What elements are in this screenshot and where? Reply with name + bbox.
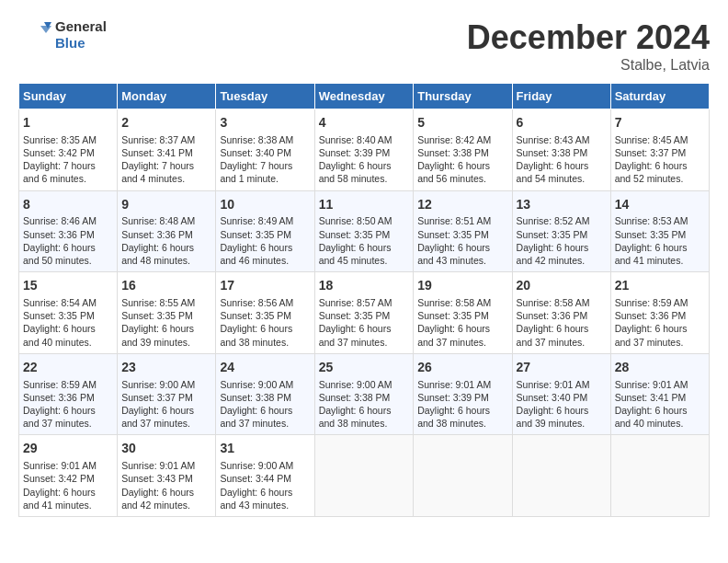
day-number: 11 bbox=[319, 196, 410, 213]
title-block: December 2024 Stalbe, Latvia bbox=[467, 18, 710, 74]
day-info: Sunrise: 8:57 AM Sunset: 3:35 PM Dayligh… bbox=[319, 296, 410, 349]
svg-marker-1 bbox=[40, 26, 51, 33]
logo-blue: Blue bbox=[55, 35, 107, 52]
calendar-cell: 10 Sunrise: 8:49 AM Sunset: 3:35 PM Dayl… bbox=[216, 190, 314, 272]
day-number: 14 bbox=[615, 196, 705, 213]
day-number: 30 bbox=[121, 440, 211, 457]
day-info: Sunrise: 8:49 AM Sunset: 3:35 PM Dayligh… bbox=[220, 214, 310, 267]
day-number: 9 bbox=[121, 196, 211, 213]
day-info: Sunrise: 8:40 AM Sunset: 3:39 PM Dayligh… bbox=[319, 133, 410, 186]
calendar-table: Sunday Monday Tuesday Wednesday Thursday… bbox=[18, 83, 710, 517]
page-title: December 2024 bbox=[467, 18, 710, 57]
calendar-cell: 11 Sunrise: 8:50 AM Sunset: 3:35 PM Dayl… bbox=[314, 190, 414, 272]
day-info: Sunrise: 8:46 AM Sunset: 3:36 PM Dayligh… bbox=[23, 214, 113, 267]
day-info: Sunrise: 9:00 AM Sunset: 3:38 PM Dayligh… bbox=[220, 378, 310, 431]
calendar-cell: 20 Sunrise: 8:58 AM Sunset: 3:36 PM Dayl… bbox=[512, 272, 610, 354]
day-info: Sunrise: 8:50 AM Sunset: 3:35 PM Dayligh… bbox=[319, 214, 410, 267]
calendar-cell bbox=[512, 435, 610, 517]
day-number: 15 bbox=[23, 277, 113, 294]
logo-icon bbox=[18, 18, 51, 52]
day-number: 5 bbox=[417, 114, 507, 132]
calendar-cell: 1 Sunrise: 8:35 AM Sunset: 3:42 PM Dayli… bbox=[19, 109, 118, 191]
calendar-cell: 23 Sunrise: 9:00 AM Sunset: 3:37 PM Dayl… bbox=[118, 353, 216, 435]
day-info: Sunrise: 9:01 AM Sunset: 3:43 PM Dayligh… bbox=[121, 459, 211, 511]
calendar-cell: 27 Sunrise: 9:01 AM Sunset: 3:40 PM Dayl… bbox=[512, 353, 610, 435]
day-info: Sunrise: 9:01 AM Sunset: 3:40 PM Dayligh… bbox=[517, 378, 607, 431]
page-header: General Blue December 2024 Stalbe, Latvi… bbox=[18, 18, 710, 74]
calendar-cell: 12 Sunrise: 8:51 AM Sunset: 3:35 PM Dayl… bbox=[414, 190, 512, 272]
calendar-cell: 21 Sunrise: 8:59 AM Sunset: 3:36 PM Dayl… bbox=[610, 272, 709, 354]
calendar-cell: 19 Sunrise: 8:58 AM Sunset: 3:35 PM Dayl… bbox=[414, 272, 512, 354]
day-number: 8 bbox=[23, 196, 113, 213]
day-number: 22 bbox=[23, 359, 113, 376]
day-number: 1 bbox=[23, 114, 113, 132]
calendar-cell: 17 Sunrise: 8:56 AM Sunset: 3:35 PM Dayl… bbox=[216, 272, 314, 354]
day-number: 2 bbox=[121, 114, 211, 132]
day-info: Sunrise: 9:01 AM Sunset: 3:42 PM Dayligh… bbox=[23, 459, 113, 511]
day-number: 3 bbox=[220, 114, 310, 132]
day-number: 31 bbox=[220, 440, 310, 457]
day-info: Sunrise: 8:42 AM Sunset: 3:38 PM Dayligh… bbox=[417, 133, 507, 186]
calendar-cell: 16 Sunrise: 8:55 AM Sunset: 3:35 PM Dayl… bbox=[118, 272, 216, 354]
logo-general: General bbox=[55, 18, 107, 35]
calendar-cell bbox=[314, 435, 414, 517]
calendar-cell: 3 Sunrise: 8:38 AM Sunset: 3:40 PM Dayli… bbox=[216, 109, 314, 191]
day-number: 21 bbox=[615, 277, 705, 294]
day-number: 10 bbox=[220, 196, 310, 213]
weekday-sunday: Sunday bbox=[19, 84, 118, 109]
day-info: Sunrise: 8:45 AM Sunset: 3:37 PM Dayligh… bbox=[615, 133, 705, 186]
day-info: Sunrise: 9:01 AM Sunset: 3:39 PM Dayligh… bbox=[417, 378, 507, 431]
weekday-monday: Monday bbox=[118, 84, 216, 109]
day-info: Sunrise: 8:43 AM Sunset: 3:38 PM Dayligh… bbox=[517, 133, 607, 186]
day-number: 16 bbox=[121, 277, 211, 294]
day-info: Sunrise: 9:00 AM Sunset: 3:38 PM Dayligh… bbox=[319, 378, 410, 431]
day-number: 7 bbox=[615, 114, 705, 132]
calendar-cell: 7 Sunrise: 8:45 AM Sunset: 3:37 PM Dayli… bbox=[610, 109, 709, 191]
day-number: 6 bbox=[517, 114, 607, 132]
calendar-week-row: 15 Sunrise: 8:54 AM Sunset: 3:35 PM Dayl… bbox=[19, 272, 710, 354]
calendar-cell: 18 Sunrise: 8:57 AM Sunset: 3:35 PM Dayl… bbox=[314, 272, 414, 354]
day-info: Sunrise: 8:56 AM Sunset: 3:35 PM Dayligh… bbox=[220, 296, 310, 349]
calendar-cell: 26 Sunrise: 9:01 AM Sunset: 3:39 PM Dayl… bbox=[414, 353, 512, 435]
calendar-cell: 15 Sunrise: 8:54 AM Sunset: 3:35 PM Dayl… bbox=[19, 272, 118, 354]
calendar-cell: 24 Sunrise: 9:00 AM Sunset: 3:38 PM Dayl… bbox=[216, 353, 314, 435]
calendar-cell: 25 Sunrise: 9:00 AM Sunset: 3:38 PM Dayl… bbox=[314, 353, 414, 435]
day-info: Sunrise: 8:58 AM Sunset: 3:36 PM Dayligh… bbox=[517, 296, 607, 349]
day-info: Sunrise: 8:58 AM Sunset: 3:35 PM Dayligh… bbox=[417, 296, 507, 349]
calendar-cell: 6 Sunrise: 8:43 AM Sunset: 3:38 PM Dayli… bbox=[512, 109, 610, 191]
calendar-week-row: 1 Sunrise: 8:35 AM Sunset: 3:42 PM Dayli… bbox=[19, 109, 710, 191]
calendar-cell: 9 Sunrise: 8:48 AM Sunset: 3:36 PM Dayli… bbox=[118, 190, 216, 272]
day-number: 20 bbox=[517, 277, 607, 294]
day-number: 18 bbox=[319, 277, 410, 294]
day-info: Sunrise: 9:00 AM Sunset: 3:37 PM Dayligh… bbox=[121, 378, 211, 431]
calendar-cell: 28 Sunrise: 9:01 AM Sunset: 3:41 PM Dayl… bbox=[610, 353, 709, 435]
day-info: Sunrise: 8:55 AM Sunset: 3:35 PM Dayligh… bbox=[121, 296, 211, 349]
day-info: Sunrise: 8:51 AM Sunset: 3:35 PM Dayligh… bbox=[417, 214, 507, 267]
calendar-cell: 2 Sunrise: 8:37 AM Sunset: 3:41 PM Dayli… bbox=[118, 109, 216, 191]
day-number: 27 bbox=[517, 359, 607, 376]
day-number: 25 bbox=[319, 359, 410, 376]
weekday-wednesday: Wednesday bbox=[314, 84, 414, 109]
calendar-cell bbox=[610, 435, 709, 517]
weekday-header-row: Sunday Monday Tuesday Wednesday Thursday… bbox=[19, 84, 710, 109]
calendar-week-row: 29 Sunrise: 9:01 AM Sunset: 3:42 PM Dayl… bbox=[19, 435, 710, 517]
calendar-cell: 14 Sunrise: 8:53 AM Sunset: 3:35 PM Dayl… bbox=[610, 190, 709, 272]
logo: General Blue bbox=[18, 18, 107, 52]
day-number: 24 bbox=[220, 359, 310, 376]
weekday-thursday: Thursday bbox=[414, 84, 512, 109]
calendar-cell: 30 Sunrise: 9:01 AM Sunset: 3:43 PM Dayl… bbox=[118, 435, 216, 517]
calendar-cell: 8 Sunrise: 8:46 AM Sunset: 3:36 PM Dayli… bbox=[19, 190, 118, 272]
calendar-week-row: 22 Sunrise: 8:59 AM Sunset: 3:36 PM Dayl… bbox=[19, 353, 710, 435]
page-subtitle: Stalbe, Latvia bbox=[467, 57, 710, 74]
day-info: Sunrise: 8:37 AM Sunset: 3:41 PM Dayligh… bbox=[121, 133, 211, 186]
day-info: Sunrise: 8:52 AM Sunset: 3:35 PM Dayligh… bbox=[517, 214, 607, 267]
calendar-cell: 22 Sunrise: 8:59 AM Sunset: 3:36 PM Dayl… bbox=[19, 353, 118, 435]
day-info: Sunrise: 8:53 AM Sunset: 3:35 PM Dayligh… bbox=[615, 214, 705, 267]
day-info: Sunrise: 9:01 AM Sunset: 3:41 PM Dayligh… bbox=[615, 378, 705, 431]
day-number: 26 bbox=[417, 359, 507, 376]
day-number: 13 bbox=[517, 196, 607, 213]
day-info: Sunrise: 8:59 AM Sunset: 3:36 PM Dayligh… bbox=[23, 378, 113, 431]
calendar-week-row: 8 Sunrise: 8:46 AM Sunset: 3:36 PM Dayli… bbox=[19, 190, 710, 272]
weekday-tuesday: Tuesday bbox=[216, 84, 314, 109]
day-info: Sunrise: 8:48 AM Sunset: 3:36 PM Dayligh… bbox=[121, 214, 211, 267]
